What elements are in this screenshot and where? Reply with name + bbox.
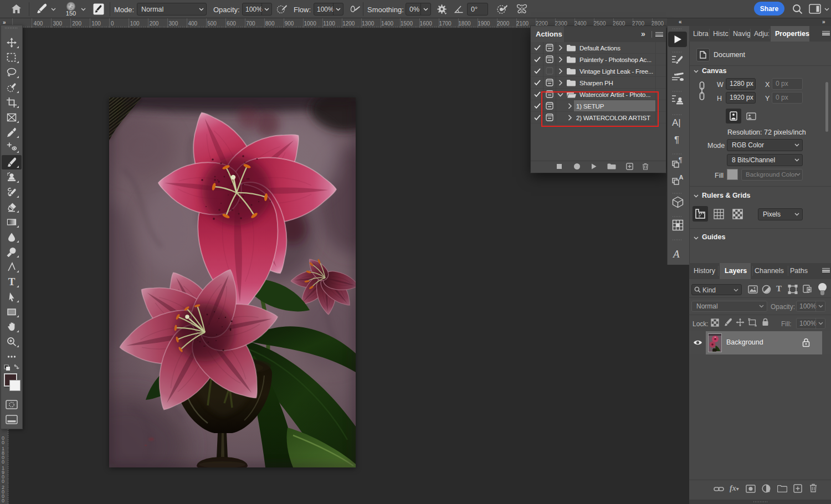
- svg-text:A: A: [679, 174, 684, 181]
- svg-text:T: T: [8, 277, 16, 287]
- svg-text:¶: ¶: [679, 157, 682, 164]
